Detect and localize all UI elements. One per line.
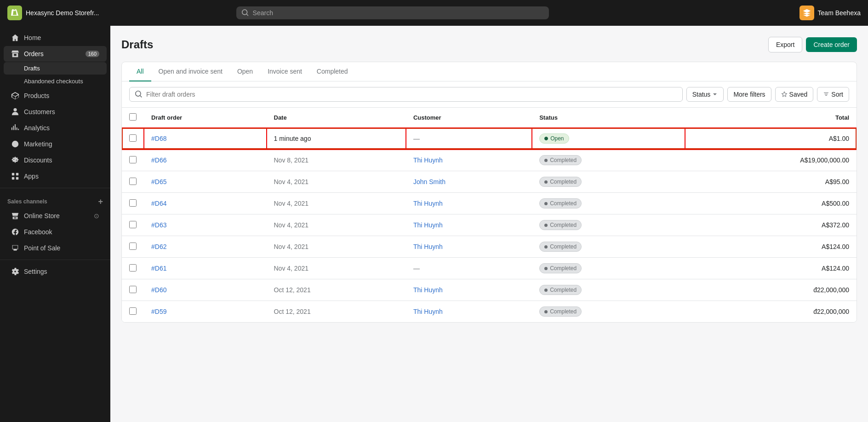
sidebar-item-settings[interactable]: Settings bbox=[4, 264, 107, 279]
sidebar-item-drafts[interactable]: Drafts bbox=[4, 62, 107, 75]
order-link-d68[interactable]: #D68 bbox=[151, 135, 166, 142]
header-checkbox-cell bbox=[122, 108, 144, 128]
order-link-d63[interactable]: #D63 bbox=[151, 221, 166, 229]
order-link-d60[interactable]: #D60 bbox=[151, 286, 166, 294]
row-checkbox-cell bbox=[122, 193, 144, 214]
order-link-d59[interactable]: #D59 bbox=[151, 308, 166, 315]
row-checkbox-cell bbox=[122, 214, 144, 236]
page-actions: Export Create order bbox=[768, 37, 857, 52]
order-link-d61[interactable]: #D61 bbox=[151, 265, 166, 272]
row-date: Oct 12, 2021 bbox=[267, 279, 406, 301]
store-logo[interactable]: Hexasync Demo Storefr... bbox=[7, 6, 108, 20]
row-total: A$372.00 bbox=[685, 214, 857, 236]
row-d59-checkbox[interactable] bbox=[129, 307, 137, 315]
customer-link-d60[interactable]: Thi Huynh bbox=[413, 286, 443, 294]
sidebar-label-orders: Orders bbox=[24, 50, 44, 58]
row-order-id: #D63 bbox=[144, 214, 267, 236]
sidebar-item-marketing[interactable]: Marketing bbox=[4, 136, 107, 152]
header-draft-order: Draft order bbox=[144, 108, 267, 128]
tab-completed[interactable]: Completed bbox=[309, 62, 355, 81]
order-link-d62[interactable]: #D62 bbox=[151, 243, 166, 250]
sidebar-label-marketing: Marketing bbox=[24, 140, 52, 148]
analytics-icon bbox=[11, 124, 19, 132]
row-d60-checkbox[interactable] bbox=[129, 286, 137, 293]
row-order-id: #D64 bbox=[144, 193, 267, 214]
status-badge: Completed bbox=[539, 285, 582, 295]
export-button[interactable]: Export bbox=[768, 37, 802, 52]
tab-all[interactable]: All bbox=[129, 62, 151, 81]
beehexa-logo-icon bbox=[802, 8, 811, 17]
filter-input[interactable] bbox=[146, 91, 677, 98]
page-title: Drafts bbox=[121, 38, 153, 51]
row-d62-checkbox[interactable] bbox=[129, 243, 137, 250]
sidebar-item-analytics[interactable]: Analytics bbox=[4, 120, 107, 136]
row-d68-checkbox[interactable] bbox=[129, 134, 137, 142]
row-d64-checkbox[interactable] bbox=[129, 199, 137, 207]
customer-link-d66[interactable]: Thi Huynh bbox=[413, 156, 443, 164]
tab-invoice-sent[interactable]: Invoice sent bbox=[260, 62, 309, 81]
table-row: #D63Nov 4, 2021Thi Huynh CompletedA$372.… bbox=[122, 214, 857, 236]
sidebar-label-abandoned: Abandoned checkouts bbox=[24, 78, 83, 85]
more-filters-button[interactable]: More filters bbox=[727, 87, 771, 102]
customer-link-d62[interactable]: Thi Huynh bbox=[413, 243, 443, 250]
header-customer: Customer bbox=[406, 108, 532, 128]
store-name: Hexasync Demo Storefr... bbox=[26, 9, 99, 17]
sidebar-item-pos[interactable]: Point of Sale bbox=[4, 240, 107, 256]
search-input[interactable] bbox=[253, 9, 544, 17]
filter-search-container[interactable] bbox=[129, 87, 683, 102]
user-menu[interactable]: Team Beehexa bbox=[799, 6, 861, 20]
row-d61-checkbox[interactable] bbox=[129, 264, 137, 272]
tab-open-invoice[interactable]: Open and invoice sent bbox=[151, 62, 230, 81]
row-date: Oct 12, 2021 bbox=[267, 301, 406, 323]
select-all-checkbox[interactable] bbox=[129, 113, 137, 121]
row-d66-checkbox[interactable] bbox=[129, 156, 137, 163]
search-bar[interactable] bbox=[236, 6, 549, 19]
row-date: Nov 4, 2021 bbox=[267, 236, 406, 258]
customer-link-d64[interactable]: Thi Huynh bbox=[413, 200, 443, 207]
row-total: A$124.00 bbox=[685, 236, 857, 258]
sidebar-item-home[interactable]: Home bbox=[4, 30, 107, 46]
sidebar-item-facebook[interactable]: Facebook bbox=[4, 224, 107, 240]
row-customer: Thi Huynh bbox=[406, 236, 532, 258]
svg-rect-3 bbox=[16, 177, 18, 179]
table-row: #D60Oct 12, 2021Thi Huynh Completedđ22,0… bbox=[122, 279, 857, 301]
row-checkbox-cell bbox=[122, 258, 144, 279]
header-date: Date bbox=[267, 108, 406, 128]
customer-link-d65[interactable]: John Smith bbox=[413, 178, 445, 185]
sidebar-item-orders[interactable]: Orders 160 bbox=[4, 46, 107, 62]
row-checkbox-cell bbox=[122, 279, 144, 301]
sidebar-label-pos: Point of Sale bbox=[24, 244, 60, 252]
row-total: A$1.00 bbox=[685, 128, 857, 150]
table-row: #D62Nov 4, 2021Thi Huynh CompletedA$124.… bbox=[122, 236, 857, 258]
saved-button[interactable]: Saved bbox=[775, 87, 814, 102]
sort-button[interactable]: Sort bbox=[817, 87, 849, 102]
open-dot bbox=[544, 137, 548, 140]
sales-channels-label: Sales channels + bbox=[0, 192, 110, 208]
row-status: Completed bbox=[532, 301, 685, 323]
row-customer: John Smith bbox=[406, 171, 532, 193]
tab-open[interactable]: Open bbox=[230, 62, 260, 81]
drafts-table: Draft order Date Customer Status Total bbox=[122, 108, 857, 322]
svg-rect-0 bbox=[12, 173, 14, 175]
sidebar-item-apps[interactable]: Apps bbox=[4, 168, 107, 184]
order-link-d64[interactable]: #D64 bbox=[151, 200, 166, 207]
customer-link-d63[interactable]: Thi Huynh bbox=[413, 221, 443, 229]
sidebar-item-products[interactable]: Products bbox=[4, 88, 107, 104]
sidebar-item-online-store[interactable]: Online Store ⊙ bbox=[4, 208, 107, 224]
table-row: #D64Nov 4, 2021Thi Huynh CompletedA$500.… bbox=[122, 193, 857, 214]
create-order-button[interactable]: Create order bbox=[806, 37, 857, 52]
order-link-d66[interactable]: #D66 bbox=[151, 156, 166, 164]
sidebar-item-customers[interactable]: Customers bbox=[4, 104, 107, 120]
order-link-d65[interactable]: #D65 bbox=[151, 178, 166, 185]
row-d63-checkbox[interactable] bbox=[129, 221, 137, 228]
online-store-view-icon[interactable]: ⊙ bbox=[94, 212, 99, 220]
sidebar-label-online-store: Online Store bbox=[24, 212, 60, 220]
sidebar-item-abandoned-checkouts[interactable]: Abandoned checkouts bbox=[4, 75, 107, 87]
add-sales-channel-button[interactable]: + bbox=[98, 197, 103, 206]
sidebar-item-discounts[interactable]: Discounts bbox=[4, 152, 107, 168]
completed-dot bbox=[544, 159, 548, 162]
status-filter-button[interactable]: Status bbox=[686, 87, 724, 102]
customer-link-d59[interactable]: Thi Huynh bbox=[413, 308, 443, 315]
row-total: A$19,000,000.00 bbox=[685, 150, 857, 171]
row-d65-checkbox[interactable] bbox=[129, 178, 137, 185]
